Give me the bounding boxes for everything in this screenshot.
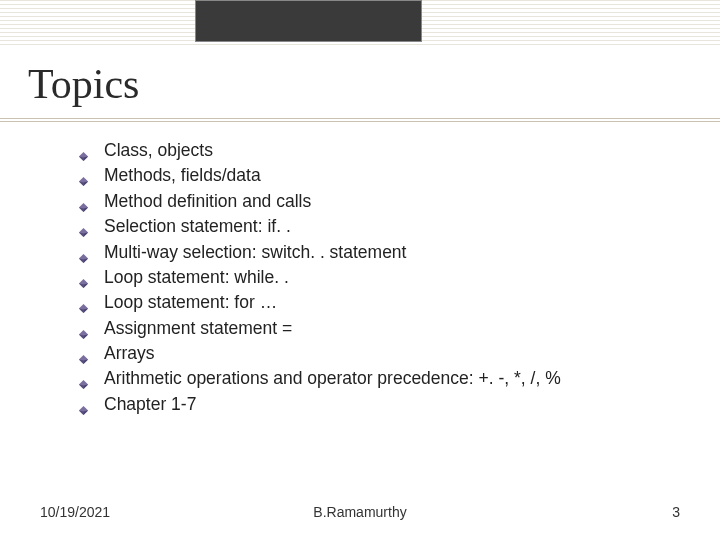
- list-item-text: Class, objects: [104, 140, 213, 160]
- diamond-bullet-icon: [78, 322, 89, 333]
- list-item-text: Multi-way selection: switch. . statement: [104, 242, 406, 262]
- list-item: Loop statement: while. .: [78, 265, 690, 290]
- top-accent-bar: [0, 0, 720, 46]
- list-item: Loop statement: for …: [78, 290, 690, 315]
- diamond-bullet-icon: [78, 372, 89, 383]
- list-item-text: Methods, fields/data: [104, 165, 261, 185]
- list-item-text: Assignment statement =: [104, 318, 292, 338]
- diamond-bullet-icon: [78, 296, 89, 307]
- bullet-list: Class, objects Methods, fields/data Meth…: [78, 138, 690, 417]
- list-item-text: Arithmetic operations and operator prece…: [104, 368, 561, 388]
- diamond-bullet-icon: [78, 195, 89, 206]
- list-item: Method definition and calls: [78, 189, 690, 214]
- list-item: Multi-way selection: switch. . statement: [78, 240, 690, 265]
- list-item: Methods, fields/data: [78, 163, 690, 188]
- slide-title: Topics: [28, 60, 139, 108]
- list-item-text: Loop statement: while. .: [104, 267, 289, 287]
- content-area: Class, objects Methods, fields/data Meth…: [78, 138, 690, 417]
- list-item-text: Arrays: [104, 343, 155, 363]
- diamond-bullet-icon: [78, 246, 89, 257]
- diamond-bullet-icon: [78, 398, 89, 409]
- title-underline: [0, 118, 720, 124]
- list-item: Class, objects: [78, 138, 690, 163]
- list-item: Assignment statement =: [78, 316, 690, 341]
- list-item: Chapter 1-7: [78, 392, 690, 417]
- footer: 10/19/2021 B.Ramamurthy 3: [40, 504, 680, 520]
- list-item: Arrays: [78, 341, 690, 366]
- list-item-text: Chapter 1-7: [104, 394, 196, 414]
- list-item-text: Method definition and calls: [104, 191, 311, 211]
- diamond-bullet-icon: [78, 220, 89, 231]
- list-item: Arithmetic operations and operator prece…: [78, 366, 690, 391]
- footer-author: B.Ramamurthy: [253, 504, 466, 520]
- diamond-bullet-icon: [78, 347, 89, 358]
- footer-page: 3: [467, 504, 680, 520]
- list-item-text: Loop statement: for …: [104, 292, 277, 312]
- footer-date: 10/19/2021: [40, 504, 253, 520]
- list-item: Selection statement: if. .: [78, 214, 690, 239]
- diamond-bullet-icon: [78, 271, 89, 282]
- diamond-bullet-icon: [78, 169, 89, 180]
- diamond-bullet-icon: [78, 144, 89, 155]
- list-item-text: Selection statement: if. .: [104, 216, 291, 236]
